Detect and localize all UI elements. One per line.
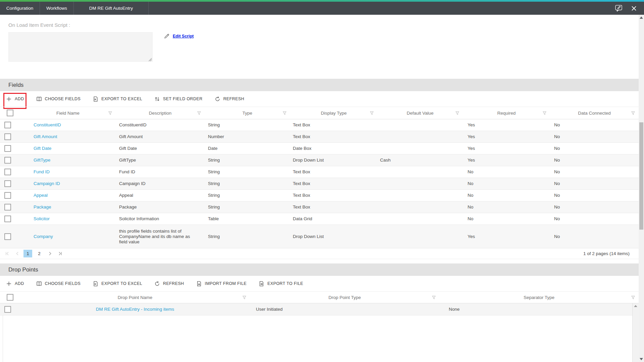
row-checkbox[interactable] bbox=[4, 122, 11, 128]
row-checkbox[interactable] bbox=[4, 180, 11, 187]
column-header-display-type[interactable]: Display Type bbox=[290, 107, 377, 119]
field-name-link[interactable]: ConstituentID bbox=[34, 122, 61, 128]
tab-label: DM RE Gift AutoEntry bbox=[89, 6, 133, 11]
next-page-icon bbox=[48, 251, 52, 256]
funnel-icon[interactable] bbox=[197, 111, 201, 115]
button-label: CHOOSE FIELDS bbox=[45, 97, 81, 101]
cell-default-value: Cash bbox=[377, 155, 463, 166]
tab-dm-re-gift-autoentry[interactable]: DM RE Gift AutoEntry bbox=[74, 2, 149, 15]
row-checkbox[interactable] bbox=[4, 216, 11, 222]
tab-workflows[interactable]: Workflows bbox=[40, 2, 74, 15]
select-all-checkbox[interactable] bbox=[7, 110, 13, 116]
refresh-button[interactable]: REFRESH bbox=[215, 96, 245, 102]
scroll-up-button[interactable] bbox=[639, 16, 644, 19]
funnel-icon[interactable] bbox=[242, 295, 247, 300]
column-header-description[interactable]: Description bbox=[116, 107, 205, 119]
resize-handle-icon[interactable] bbox=[148, 57, 152, 61]
column-header-data-connected[interactable]: Data Connected bbox=[550, 107, 639, 119]
edit-script-link[interactable]: Edit Script bbox=[173, 34, 194, 39]
field-name-link[interactable]: Gift Date bbox=[34, 146, 51, 151]
cell-description: Solicitor Information bbox=[116, 213, 205, 225]
first-page-button[interactable] bbox=[2, 250, 12, 258]
field-name-link[interactable]: GiftType bbox=[34, 158, 50, 163]
field-name-link[interactable]: Company bbox=[34, 234, 53, 239]
button-label: REFRESH bbox=[223, 97, 245, 101]
add-button[interactable]: ADD bbox=[6, 281, 24, 287]
cell-type: String bbox=[205, 166, 290, 178]
cell-default-value bbox=[377, 178, 463, 189]
export-to-excel-button[interactable]: EXPORT TO EXCEL bbox=[93, 96, 142, 102]
page-number-2[interactable]: 2 bbox=[35, 250, 44, 257]
funnel-icon[interactable] bbox=[108, 111, 112, 115]
previous-page-icon bbox=[15, 251, 19, 256]
column-header-separator-type[interactable]: Separator Type bbox=[439, 292, 639, 303]
cell-description: Appeal bbox=[116, 190, 205, 201]
vertical-scrollbar[interactable] bbox=[639, 15, 644, 362]
field-name-link[interactable]: Package bbox=[34, 204, 51, 210]
page-number-1[interactable]: 1 bbox=[23, 250, 32, 257]
funnel-icon[interactable] bbox=[432, 295, 436, 300]
row-checkbox[interactable] bbox=[4, 233, 11, 240]
select-all-checkbox[interactable] bbox=[7, 294, 13, 301]
table-row: GiftType GiftType String Drop Down List … bbox=[0, 155, 639, 166]
row-checkbox[interactable] bbox=[4, 306, 11, 313]
column-header-required[interactable]: Required bbox=[463, 107, 550, 119]
row-checkbox[interactable] bbox=[4, 204, 11, 210]
close-icon[interactable] bbox=[631, 6, 637, 11]
script-textarea[interactable] bbox=[8, 32, 153, 62]
add-button[interactable]: ADD bbox=[6, 96, 24, 102]
cell-default-value bbox=[377, 131, 463, 142]
choose-fields-button[interactable]: CHOOSE FIELDS bbox=[36, 281, 81, 287]
funnel-icon[interactable] bbox=[631, 111, 635, 115]
export-to-excel-button[interactable]: EXPORT TO EXCEL bbox=[93, 281, 142, 287]
export-to-file-button[interactable]: EXPORT TO FILE bbox=[259, 281, 303, 287]
next-page-button[interactable] bbox=[45, 250, 55, 258]
funnel-icon[interactable] bbox=[455, 111, 460, 115]
funnel-icon[interactable] bbox=[282, 111, 287, 115]
cell-data-connected: No bbox=[550, 155, 639, 166]
set-field-order-button[interactable]: SET FIELD ORDER bbox=[154, 96, 203, 102]
cell-default-value bbox=[377, 119, 463, 131]
column-label: Type bbox=[243, 111, 252, 116]
drop-point-name-link[interactable]: DM RE Gift AutoEntry - Incoming items bbox=[96, 307, 174, 312]
field-name-link[interactable]: Gift Amount bbox=[34, 134, 57, 139]
cell-required: No bbox=[463, 178, 550, 189]
button-label: IMPORT FROM FILE bbox=[205, 281, 247, 286]
table-row: DM RE Gift AutoEntry - Incoming items Us… bbox=[0, 303, 639, 315]
row-checkbox[interactable] bbox=[4, 157, 11, 164]
funnel-icon[interactable] bbox=[370, 111, 374, 115]
fields-toolbar: ADD CHOOSE FIELDS EXPORT TO EXCEL SET FI… bbox=[0, 91, 639, 107]
row-checkbox[interactable] bbox=[4, 145, 11, 152]
row-checkbox[interactable] bbox=[4, 169, 11, 175]
fields-section-header: Fields bbox=[0, 79, 639, 91]
column-header-default-value[interactable]: Default Value bbox=[377, 107, 463, 119]
funnel-icon[interactable] bbox=[631, 295, 635, 300]
field-name-link[interactable]: Fund ID bbox=[34, 169, 50, 175]
drop-points-grid-header: Drop Point Name Drop Point Type Separato… bbox=[0, 291, 639, 303]
last-page-button[interactable] bbox=[55, 250, 65, 258]
column-header-drop-point-name[interactable]: Drop Point Name bbox=[20, 292, 250, 303]
column-header-field-name[interactable]: Field Name bbox=[20, 107, 116, 119]
field-name-link[interactable]: Solicitor bbox=[34, 216, 50, 222]
scroll-down-button[interactable] bbox=[639, 358, 644, 360]
drop-points-empty-area bbox=[3, 315, 633, 362]
column-header-type[interactable]: Type bbox=[205, 107, 290, 119]
row-checkbox[interactable] bbox=[4, 192, 11, 199]
scrollbar-thumb[interactable] bbox=[639, 122, 643, 230]
cell-description: Package bbox=[116, 201, 205, 213]
row-checkbox[interactable] bbox=[4, 133, 11, 140]
scroll-up-arrow-icon[interactable] bbox=[634, 305, 637, 307]
refresh-button[interactable]: REFRESH bbox=[154, 281, 184, 287]
import-from-file-button[interactable]: IMPORT FROM FILE bbox=[196, 281, 247, 287]
tab-configuration[interactable]: Configuration bbox=[0, 2, 40, 15]
choose-fields-button[interactable]: CHOOSE FIELDS bbox=[36, 96, 81, 102]
field-name-link[interactable]: Campaign ID bbox=[34, 181, 60, 186]
drop-points-scrollbar[interactable] bbox=[632, 303, 639, 362]
comment-edit-icon[interactable] bbox=[615, 4, 623, 12]
previous-page-button[interactable] bbox=[12, 250, 22, 258]
column-header-drop-point-type[interactable]: Drop Point Type bbox=[250, 292, 439, 303]
button-label: SET FIELD ORDER bbox=[163, 97, 203, 101]
funnel-icon[interactable] bbox=[542, 111, 547, 115]
cell-default-value bbox=[377, 143, 463, 154]
field-name-link[interactable]: Appeal bbox=[34, 193, 48, 198]
